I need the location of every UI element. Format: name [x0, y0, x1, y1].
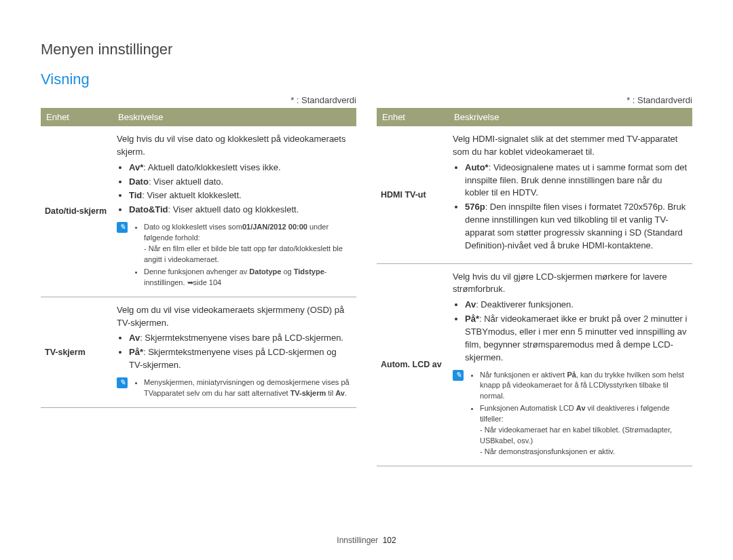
option-item: Av*: Aktuell dato/klokkeslett vises ikke… — [129, 162, 352, 174]
note-subline: - Når videokameraet har en kabel tilkobl… — [480, 425, 688, 447]
option-list: Auto*: Videosignalene mates ut i samme f… — [453, 162, 688, 253]
note-box: ✎Dato og klokkeslett vises som01/JAN/201… — [117, 222, 352, 290]
th-desc-left: Beskrivelse — [113, 108, 356, 126]
note-item: Dato og klokkeslett vises som01/JAN/2012… — [144, 222, 352, 265]
th-unit-right: Enhet — [377, 108, 449, 126]
note-list: Dato og klokkeslett vises som01/JAN/2012… — [133, 222, 352, 290]
table-row: HDMI TV-utVelg HDMI-signalet slik at det… — [377, 126, 692, 263]
option-item: Tid: Viser aktuelt klokkeslett. — [129, 189, 352, 202]
unit-cell: HDMI TV-ut — [377, 126, 449, 263]
table-row: Autom. LCD avVelg hvis du vil gjøre LCD-… — [377, 263, 692, 466]
columns: * : Standardverdi Enhet Beskrivelse Dato… — [41, 95, 692, 466]
unit-cell: Autom. LCD av — [377, 263, 449, 466]
note-icon: ✎ — [117, 377, 128, 388]
left-table: Enhet Beskrivelse Dato/tid-skjermVelg hv… — [41, 108, 356, 408]
note-subline: - Når en film eller et bilde ble tatt op… — [144, 244, 352, 265]
unit-cell: TV-skjerm — [41, 297, 113, 407]
section-title: Visning — [41, 71, 692, 88]
note-list: Når funksjonen er aktivert På, kan du tr… — [469, 370, 688, 460]
option-item: Av: Skjermtekstmenyene vises bare på LCD… — [129, 332, 352, 345]
option-list: Av: Deaktiverer funksjonen.På*: Når vide… — [453, 299, 688, 364]
note-box: ✎Når funksjonen er aktivert På, kan du t… — [453, 370, 688, 460]
unit-cell: Dato/tid-skjerm — [41, 126, 113, 297]
option-item: På*: Når videokameraet ikke er brukt på … — [465, 313, 688, 364]
option-item: 576p: Den innspilte filen vises i format… — [465, 201, 688, 252]
th-unit-left: Enhet — [41, 108, 113, 126]
page-footer: Innstillinger 102 — [0, 536, 733, 545]
table-row: TV-skjermVelg om du vil vise videokamera… — [41, 297, 356, 407]
note-icon: ✎ — [117, 222, 128, 233]
option-item: Av: Deaktiverer funksjonen. — [465, 299, 688, 312]
option-item: Dato: Viser aktuell dato. — [129, 176, 352, 189]
option-list: Av*: Aktuell dato/klokkeslett vises ikke… — [117, 162, 352, 217]
desc-cell: Velg HDMI-signalet slik at det stemmer m… — [449, 126, 692, 263]
intro-text: Velg hvis du vil vise dato og klokkeslet… — [117, 133, 352, 159]
note-box: ✎Menyskjermen, miniatyrvisningen og demo… — [117, 377, 352, 400]
breadcrumb: Menyen innstillinger — [41, 41, 692, 58]
option-item: Dato&Tid: Viser aktuell dato og klokkesl… — [129, 204, 352, 217]
option-item: Auto*: Videosignalene mates ut i samme f… — [465, 162, 688, 200]
note-item: Funksjonen Automatisk LCD Av vil deaktiv… — [480, 403, 688, 458]
option-list: Av: Skjermtekstmenyene vises bare på LCD… — [117, 332, 352, 372]
page-number: 102 — [383, 536, 396, 545]
note-icon: ✎ — [453, 370, 464, 381]
default-note-left: * : Standardverdi — [41, 95, 356, 105]
intro-text: Velg HDMI-signalet slik at det stemmer m… — [453, 133, 688, 159]
right-column: * : Standardverdi Enhet Beskrivelse HDMI… — [377, 95, 692, 466]
desc-cell: Velg hvis du vil vise dato og klokkeslet… — [113, 126, 356, 297]
note-item: Denne funksjonen avhenger av Datotype og… — [144, 267, 352, 288]
note-list: Menyskjermen, miniatyrvisningen og demos… — [133, 377, 352, 400]
desc-cell: Velg om du vil vise videokameraets skjer… — [113, 297, 356, 407]
option-item: På*: Skjermtekstmenyene vises på LCD-skj… — [129, 346, 352, 372]
note-subline: - Når demonstrasjonsfunksjonen er aktiv. — [480, 447, 688, 458]
th-desc-right: Beskrivelse — [449, 108, 692, 126]
note-item: Menyskjermen, miniatyrvisningen og demos… — [144, 377, 352, 399]
left-column: * : Standardverdi Enhet Beskrivelse Dato… — [41, 95, 356, 466]
intro-text: Velg om du vil vise videokameraets skjer… — [117, 304, 352, 330]
note-item: Når funksjonen er aktivert På, kan du tr… — [480, 370, 688, 403]
table-row: Dato/tid-skjermVelg hvis du vil vise dat… — [41, 126, 356, 297]
right-table: Enhet Beskrivelse HDMI TV-utVelg HDMI-si… — [377, 108, 692, 466]
desc-cell: Velg hvis du vil gjøre LCD-skjermen mørk… — [449, 263, 692, 466]
footer-section: Innstillinger — [337, 536, 378, 545]
page: Menyen innstillinger Visning * : Standar… — [0, 0, 733, 560]
intro-text: Velg hvis du vil gjøre LCD-skjermen mørk… — [453, 271, 688, 297]
default-note-right: * : Standardverdi — [377, 95, 692, 105]
